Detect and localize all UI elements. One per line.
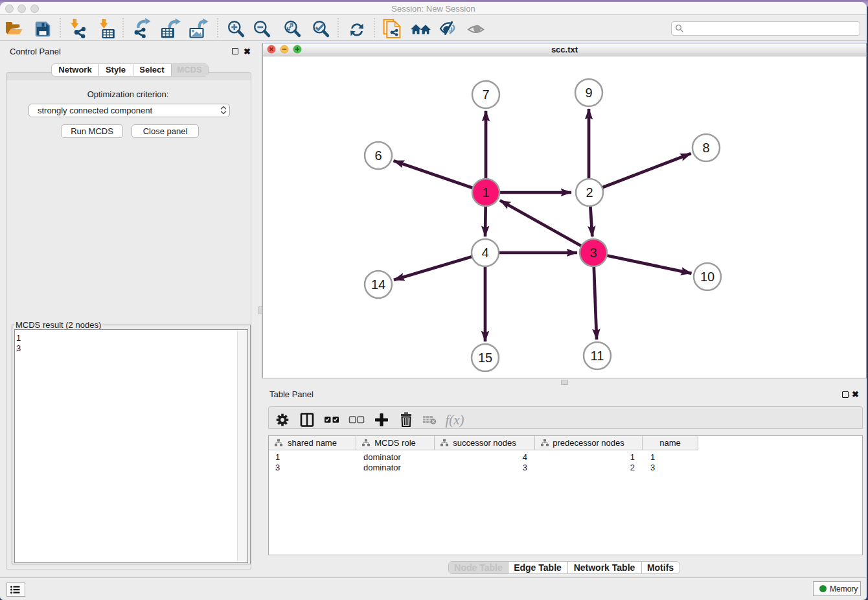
- svg-text:1: 1: [482, 185, 489, 200]
- svg-text:6: 6: [374, 148, 382, 163]
- svg-text:9: 9: [585, 86, 592, 100]
- svg-text:7: 7: [482, 87, 489, 102]
- svg-text:8: 8: [702, 141, 709, 155]
- svg-text:14: 14: [371, 277, 385, 292]
- svg-text:2: 2: [586, 185, 593, 200]
- svg-text:4: 4: [481, 246, 488, 260]
- svg-text:15: 15: [478, 351, 492, 365]
- svg-text:10: 10: [700, 270, 714, 284]
- svg-text:f(x): f(x): [445, 412, 464, 428]
- svg-text:11: 11: [591, 349, 604, 363]
- svg-text:3: 3: [589, 246, 597, 260]
